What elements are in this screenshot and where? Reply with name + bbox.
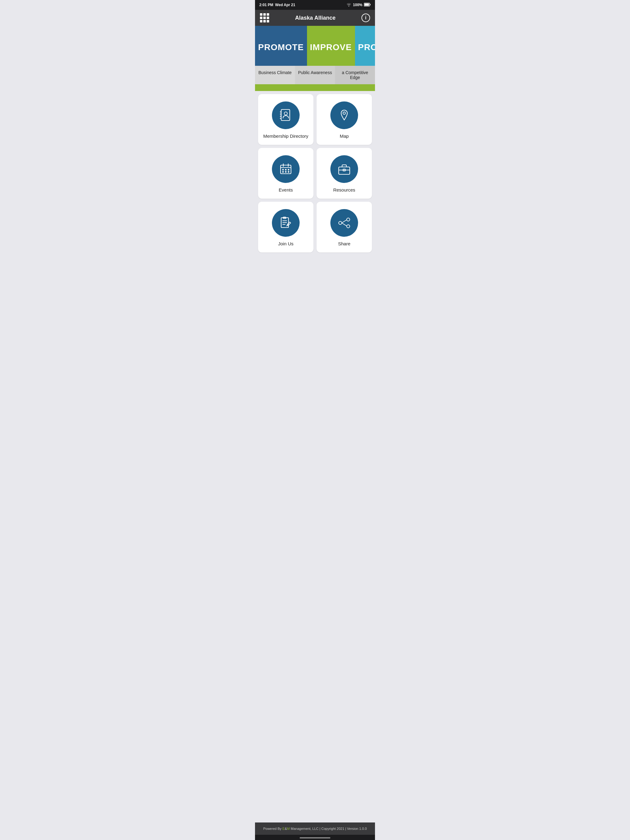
map-label: Map: [340, 133, 348, 139]
footer: Powered By E&M Management, LLC | Copyrig…: [255, 823, 375, 835]
svg-point-19: [288, 172, 289, 172]
battery-icon: [364, 3, 371, 7]
promote-sublabel[interactable]: Business Climate: [255, 66, 295, 84]
promote-word: PROMOTE: [258, 43, 304, 55]
svg-point-30: [339, 221, 342, 224]
nav-bar: Alaska Alliance i: [255, 10, 375, 26]
footer-e-highlight: E: [282, 827, 285, 831]
accent-bar: [255, 84, 375, 91]
membership-directory-label: Membership Directory: [263, 133, 309, 139]
hero-banner: PROMOTE IMPROVE PROVIDE: [255, 26, 375, 66]
svg-point-9: [343, 112, 345, 114]
info-button[interactable]: i: [361, 14, 370, 22]
svg-point-8: [284, 112, 287, 115]
join-us-card[interactable]: Join Us: [258, 202, 313, 253]
svg-point-28: [347, 218, 350, 221]
resources-label: Resources: [333, 187, 355, 193]
share-label: Share: [338, 241, 350, 246]
svg-point-15: [285, 169, 287, 171]
spacer: [255, 256, 375, 823]
footer-text: Powered By E&M Management, LLC | Copyrig…: [263, 827, 367, 831]
hero-improve[interactable]: IMPROVE: [307, 26, 355, 66]
feature-grid: Membership Directory Map: [255, 91, 375, 256]
improve-word: IMPROVE: [310, 43, 352, 55]
time: 2:01 PM: [259, 3, 273, 7]
svg-point-16: [288, 169, 289, 171]
footer-m-highlight: M: [287, 827, 290, 831]
wifi-icon: [347, 3, 351, 7]
battery-percent: 100%: [353, 3, 362, 7]
events-label: Events: [279, 187, 293, 193]
join-us-icon: [272, 209, 300, 237]
resources-card[interactable]: Resources: [317, 148, 372, 199]
svg-rect-1: [364, 3, 369, 6]
provide-word: PROVIDE: [358, 43, 375, 55]
hero-provide[interactable]: PROVIDE: [355, 26, 375, 66]
svg-rect-2: [370, 4, 371, 5]
share-card[interactable]: Share: [317, 202, 372, 253]
home-bar: [300, 837, 330, 838]
app-title: Alaska Alliance: [295, 15, 335, 21]
membership-directory-card[interactable]: Membership Directory: [258, 94, 313, 145]
events-card[interactable]: Events: [258, 148, 313, 199]
map-card[interactable]: Map: [317, 94, 372, 145]
svg-line-31: [342, 220, 347, 223]
provide-sublabel[interactable]: a Competitive Edge: [335, 66, 375, 84]
date: Wed Apr 21: [275, 3, 295, 7]
improve-sublabel[interactable]: Public Awareness: [295, 66, 335, 84]
svg-point-18: [285, 172, 287, 172]
grid-menu-button[interactable]: [260, 13, 269, 22]
events-icon: [272, 155, 300, 183]
hero-promote[interactable]: PROMOTE: [255, 26, 307, 66]
status-bar: 2:01 PM Wed Apr 21 100%: [255, 0, 375, 10]
svg-point-14: [283, 169, 283, 171]
svg-line-32: [342, 223, 347, 226]
sub-label-row: Business Climate Public Awareness a Comp…: [255, 66, 375, 84]
membership-directory-icon: [272, 101, 300, 129]
svg-rect-20: [339, 167, 350, 174]
svg-point-29: [347, 225, 350, 228]
svg-point-17: [283, 172, 283, 172]
home-indicator: [255, 835, 375, 840]
share-icon: [330, 209, 358, 237]
map-icon: [330, 101, 358, 129]
resources-icon: [330, 155, 358, 183]
join-us-label: Join Us: [278, 241, 293, 246]
